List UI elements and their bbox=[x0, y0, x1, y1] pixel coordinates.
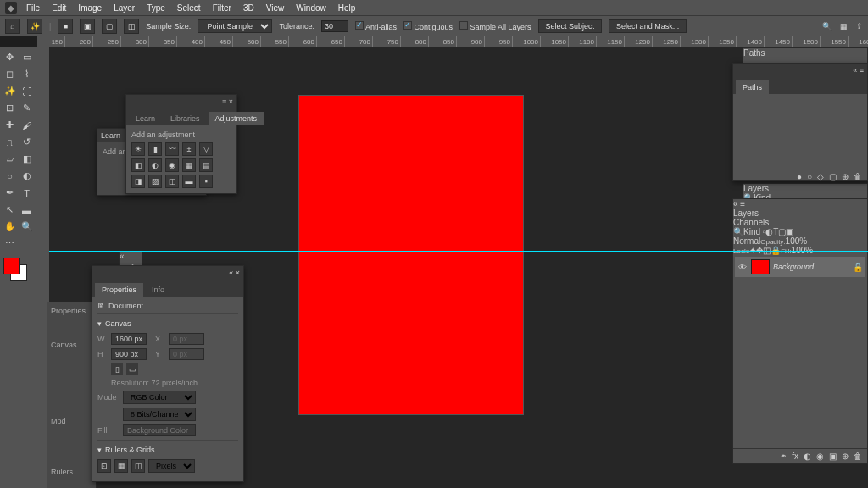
group-icon[interactable]: ▣ bbox=[829, 452, 837, 461]
menu-type[interactable]: Type bbox=[142, 3, 170, 13]
layers-panel[interactable]: « ≡ Layers Channels 🔍Kind ▫◐T▢▣ NormalOp… bbox=[732, 198, 868, 464]
adjustment-layer-icon[interactable]: ◉ bbox=[816, 452, 824, 461]
edit-toolbar-icon[interactable]: ⋯ bbox=[2, 236, 18, 252]
blur-tool-icon[interactable]: ○ bbox=[2, 168, 18, 184]
path-tool-icon[interactable]: ↖ bbox=[2, 202, 18, 218]
width-field[interactable]: 1600 px bbox=[111, 333, 147, 345]
properties-panel[interactable]: « × Properties Info 🗎 Document ▾ Canvas … bbox=[92, 265, 244, 482]
paths-panel[interactable]: « ≡ Paths ●○◇▢⊕🗑 bbox=[732, 63, 868, 181]
move-tool-icon[interactable]: ✥ bbox=[2, 49, 18, 65]
sample-all-checkbox[interactable]: Sample All Layers bbox=[459, 21, 531, 31]
layer-row[interactable]: 👁 Background 🔒 bbox=[735, 257, 865, 277]
magic-wand-tool-icon[interactable]: ✨ bbox=[2, 83, 18, 99]
menu-file[interactable]: File bbox=[21, 3, 45, 13]
link-icon[interactable]: ⚭ bbox=[780, 452, 787, 461]
threshold-icon[interactable]: ◫ bbox=[165, 175, 179, 188]
invert-icon[interactable]: ◨ bbox=[131, 175, 145, 188]
layer-thumbnail[interactable] bbox=[751, 259, 770, 274]
layer-filter-kind[interactable]: Kind bbox=[743, 227, 760, 236]
new-layer-icon[interactable]: ⊕ bbox=[842, 452, 849, 461]
portrait-icon[interactable]: ▯ bbox=[111, 363, 123, 375]
lasso-tool-icon[interactable]: ⌇ bbox=[19, 66, 35, 82]
color-lookup-icon[interactable]: ▤ bbox=[199, 158, 213, 172]
subtract-selection-icon[interactable]: ▢ bbox=[102, 19, 117, 34]
photo-filter-icon[interactable]: ◉ bbox=[165, 158, 179, 172]
tab-paths[interactable]: Paths bbox=[736, 80, 769, 94]
curves-icon[interactable]: 〰 bbox=[165, 142, 179, 156]
gradient-tool-icon[interactable]: ◧ bbox=[19, 151, 35, 167]
tab-libraries[interactable]: Libraries bbox=[164, 112, 207, 125]
pen-tool-icon[interactable]: ✒ bbox=[2, 185, 18, 201]
zoom-tool-icon[interactable]: 🔍 bbox=[19, 219, 35, 235]
hand-tool-icon[interactable]: ✋ bbox=[2, 219, 18, 235]
panel-menu-icon[interactable]: « ≡ bbox=[853, 66, 864, 75]
bw-icon[interactable]: ◐ bbox=[148, 158, 162, 172]
levels-icon[interactable]: ▮ bbox=[148, 142, 162, 156]
tab-learn[interactable]: Learn bbox=[129, 112, 162, 125]
units-select[interactable]: Pixels bbox=[148, 459, 195, 473]
tab-paths-bg[interactable]: Paths bbox=[743, 48, 867, 58]
menu-edit[interactable]: Edit bbox=[47, 3, 71, 13]
gradient-map-icon[interactable]: ▬ bbox=[182, 175, 196, 188]
ruler-horizontal[interactable]: 1502002503003504004505005506006507007508… bbox=[37, 36, 868, 47]
foreground-color-swatch[interactable] bbox=[3, 258, 20, 274]
marquee-tool-icon[interactable]: ◻ bbox=[2, 66, 18, 82]
collapse-icon[interactable]: « bbox=[120, 252, 125, 261]
panel-menu-icon[interactable]: « × bbox=[229, 269, 240, 277]
adjustments-panel[interactable]: ≡ × Learn Libraries Adjustments Add an a… bbox=[125, 94, 237, 194]
artboard-tool-icon[interactable]: ▭ bbox=[19, 49, 35, 65]
brightness-icon[interactable]: ☀ bbox=[131, 142, 145, 156]
menu-select[interactable]: Select bbox=[172, 3, 206, 13]
shape-tool-icon[interactable]: ▬ bbox=[19, 202, 35, 218]
intersect-selection-icon[interactable]: ◫ bbox=[124, 19, 139, 34]
menu-3d[interactable]: 3D bbox=[238, 3, 259, 13]
panel-menu-icon[interactable]: « ≡ bbox=[733, 199, 745, 208]
menu-filter[interactable]: Filter bbox=[208, 3, 236, 13]
eraser-tool-icon[interactable]: ▱ bbox=[2, 151, 18, 167]
mask-icon[interactable]: ◐ bbox=[804, 452, 811, 461]
contiguous-checkbox[interactable]: Contiguous bbox=[403, 21, 453, 31]
select-subject-button[interactable]: Select Subject bbox=[538, 19, 603, 33]
menu-view[interactable]: View bbox=[261, 3, 290, 13]
crop-tool-icon[interactable]: ⛶ bbox=[19, 83, 35, 99]
frame-tool-icon[interactable]: ⊡ bbox=[2, 100, 18, 116]
layer-name[interactable]: Background bbox=[773, 263, 814, 271]
search-icon[interactable]: 🔍 bbox=[822, 22, 832, 30]
trash-icon[interactable]: 🗑 bbox=[854, 452, 862, 461]
share-icon[interactable]: ⇪ bbox=[856, 22, 863, 30]
channel-mixer-icon[interactable]: ▦ bbox=[182, 158, 196, 172]
mode-select[interactable]: RGB Color bbox=[123, 391, 196, 404]
workspace-icon[interactable]: ▦ bbox=[840, 22, 848, 30]
ruler-icon[interactable]: ⊡ bbox=[97, 459, 111, 473]
tab-adjustments[interactable]: Adjustments bbox=[209, 112, 264, 125]
brush-tool-icon[interactable]: 🖌 bbox=[19, 117, 35, 133]
menu-image[interactable]: Image bbox=[73, 3, 107, 13]
landscape-icon[interactable]: ▭ bbox=[126, 363, 138, 375]
type-tool-icon[interactable]: T bbox=[19, 185, 35, 201]
tool-preset-icon[interactable]: ✨ bbox=[27, 19, 42, 34]
selective-color-icon[interactable]: ▪ bbox=[199, 175, 213, 188]
horizontal-guide[interactable] bbox=[49, 251, 868, 252]
exposure-icon[interactable]: ± bbox=[182, 142, 196, 156]
rulers-section[interactable]: ▾ Rulers & Grids bbox=[97, 446, 238, 454]
home-icon[interactable]: ⌂ bbox=[5, 19, 20, 34]
tab-info[interactable]: Info bbox=[145, 283, 171, 297]
dodge-tool-icon[interactable]: ◐ bbox=[19, 168, 35, 184]
document-canvas[interactable] bbox=[299, 96, 523, 414]
menu-window[interactable]: Window bbox=[291, 3, 331, 13]
blend-mode-select[interactable]: Normal bbox=[733, 236, 760, 246]
tab-layers-bg[interactable]: Layers bbox=[743, 184, 867, 193]
canvas-area[interactable]: Learn× Add an ad ≡ × Learn Libraries Adj… bbox=[49, 47, 868, 488]
tolerance-input[interactable] bbox=[321, 20, 348, 32]
history-brush-tool-icon[interactable]: ↺ bbox=[19, 134, 35, 150]
select-mask-button[interactable]: Select and Mask... bbox=[609, 19, 687, 33]
eyedropper-tool-icon[interactable]: ✎ bbox=[19, 100, 35, 116]
antialias-checkbox[interactable]: Anti-alias bbox=[355, 21, 397, 31]
menu-help[interactable]: Help bbox=[333, 3, 361, 13]
menu-layer[interactable]: Layer bbox=[108, 3, 140, 13]
visibility-icon[interactable]: 👁 bbox=[737, 263, 748, 272]
filter-adjust-icon[interactable]: ◐ bbox=[765, 227, 773, 236]
fx-icon[interactable]: fx bbox=[792, 452, 798, 461]
tab-properties[interactable]: Properties bbox=[95, 283, 143, 297]
grid-icon[interactable]: ▦ bbox=[114, 459, 128, 473]
